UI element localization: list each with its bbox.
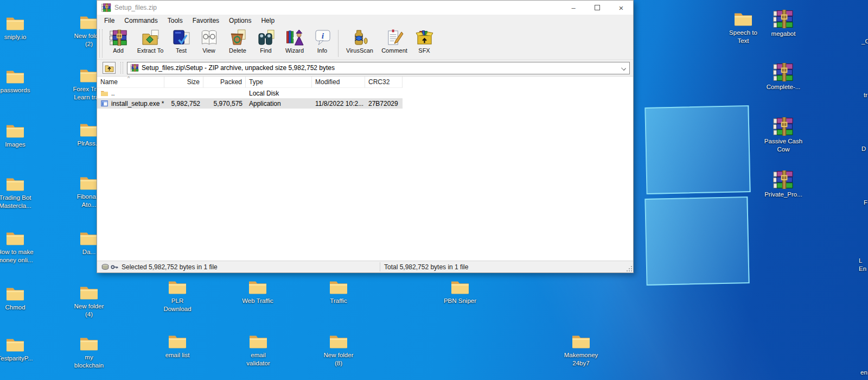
up-directory-button[interactable] xyxy=(103,62,116,74)
desktop-icon-label: PBN Sniper xyxy=(436,297,484,305)
menu-help[interactable]: Help xyxy=(256,16,279,26)
desktop-edge-label[interactable]: F xyxy=(864,197,868,207)
delete-button[interactable]: Delete xyxy=(223,28,252,54)
desktop-icon-how-to-make-money[interactable]: How to make money onli... xyxy=(0,229,40,264)
desktop-icon-label: en xyxy=(860,369,868,377)
rar-archive-icon xyxy=(773,63,794,81)
desktop-icon-chmod[interactable]: Chmod xyxy=(0,284,40,312)
view-button[interactable]: View xyxy=(195,28,223,54)
rar-archive-icon xyxy=(773,170,794,189)
toolbar-label: Extract To xyxy=(137,47,164,54)
menu-commands[interactable]: Commands xyxy=(119,16,162,26)
delete-icon xyxy=(229,29,247,46)
desktop-icon-traffic[interactable]: Traffic xyxy=(314,278,363,305)
desktop-icon-my-blockchain[interactable]: my blockchain xyxy=(65,334,113,369)
extract-to-button[interactable]: Extract To xyxy=(133,28,168,54)
desktop-icon-email-validator[interactable]: email validator xyxy=(234,332,283,367)
address-grip[interactable] xyxy=(120,62,123,74)
desktop-icon-pbn-sniper[interactable]: PBN Sniper xyxy=(436,278,484,305)
desktop-icon-web-traffic[interactable]: Web Traffic xyxy=(233,278,282,305)
folder-icon xyxy=(328,278,349,295)
maximize-button[interactable] xyxy=(585,1,609,15)
desktop-icon-private-pro[interactable]: Private_Pro... xyxy=(759,170,808,199)
folder-icon xyxy=(5,335,25,353)
table-row-install-setup-exe[interactable]: install_setup.exe * 5,982,752 5,970,575 … xyxy=(97,98,403,109)
sort-indicator-icon: ^ xyxy=(127,77,130,81)
folder-icon xyxy=(167,332,188,350)
folder-icon xyxy=(247,278,268,295)
address-bar: Setup_files.zip\Setup - ZIP archive, unp… xyxy=(97,60,633,77)
desktop-icon-megabot[interactable]: megabot xyxy=(759,10,808,38)
desktop-icon-sniply-io[interactable]: sniply.io xyxy=(0,14,40,41)
address-combobox[interactable]: Setup_files.zip\Setup - ZIP archive, unp… xyxy=(127,62,630,74)
toolbar-label: Delete xyxy=(229,47,246,54)
desktop-icon-email-list[interactable]: email list xyxy=(153,332,202,359)
toolbar: Add Extract To Test View Delete Find Wiz… xyxy=(97,27,633,60)
wizard-icon xyxy=(286,29,304,46)
desktop-icon-label: sniply.io xyxy=(0,33,40,41)
column-header-name[interactable]: Name xyxy=(97,77,164,88)
dropdown-arrow-icon[interactable] xyxy=(621,65,627,71)
title-bar[interactable]: Setup_files.zip – × xyxy=(97,1,633,15)
menu-tools[interactable]: Tools xyxy=(163,16,188,26)
key-icon[interactable] xyxy=(111,264,118,270)
file-type: Local Disk xyxy=(246,90,312,97)
menu-favorites[interactable]: Favorites xyxy=(188,16,224,26)
sfx-button[interactable]: SFX xyxy=(411,28,437,54)
disk-icon[interactable] xyxy=(101,264,109,270)
info-icon xyxy=(314,29,331,46)
toolbar-grip[interactable] xyxy=(99,29,103,58)
folder-icon xyxy=(733,10,754,27)
comment-button[interactable]: Comment xyxy=(378,28,411,54)
toolbar-label: Find xyxy=(260,47,271,54)
folder-icon xyxy=(79,334,99,352)
test-archive-icon xyxy=(173,29,190,46)
winrar-books-icon xyxy=(101,3,111,12)
desktop-edge-label[interactable]: tr xyxy=(864,90,868,99)
virus-scan-icon xyxy=(351,29,369,46)
rar-archive-icon xyxy=(773,117,794,136)
desktop-icon-testparity[interactable]: TestparityP... xyxy=(0,335,40,363)
desktop-icon-label: Web Traffic xyxy=(233,297,282,305)
virusscan-button[interactable]: VirusScan xyxy=(342,28,378,54)
menu-options[interactable]: Options xyxy=(224,16,256,26)
file-list: ^ Name Size Packed Type Modified CRC32 .… xyxy=(97,77,633,261)
wallpaper-window-pane-bottom xyxy=(644,197,749,286)
desktop-edge-label[interactable]: D xyxy=(861,143,868,153)
wizard-button[interactable]: Wizard xyxy=(279,28,310,54)
minimize-button[interactable]: – xyxy=(561,1,585,15)
desktop-edge-label[interactable]: L En xyxy=(859,255,868,273)
desktop-edge-label[interactable]: _C xyxy=(861,36,868,46)
desktop-icon-label: D xyxy=(861,145,868,153)
desktop-icon-passive-cash-cow[interactable]: Passive Cash Cow xyxy=(759,117,808,153)
desktop-icon-label: Trading Bot Mastercla... xyxy=(0,194,40,210)
column-header-size[interactable]: Size xyxy=(164,77,203,88)
desktop-icon-label: Chmod xyxy=(0,303,40,312)
desktop-icon-label: PLR Download xyxy=(153,297,202,313)
desktop-icon-new-folder-4[interactable]: New folder (4) xyxy=(65,283,113,318)
desktop-icon-makemoney[interactable]: Makemoney 24by7 xyxy=(557,332,605,367)
desktop-icon-new-folder-8[interactable]: New folder (8) xyxy=(314,332,363,367)
column-header-modified[interactable]: Modified xyxy=(312,77,365,88)
desktop-icon-plr-download[interactable]: PLR Download xyxy=(153,278,202,313)
info-button[interactable]: Info xyxy=(310,28,335,54)
add-button[interactable]: Add xyxy=(104,28,133,54)
find-button[interactable]: Find xyxy=(252,28,279,54)
toolbar-label: Test xyxy=(176,47,187,54)
column-header-type[interactable]: Type xyxy=(246,77,312,88)
desktop-icon-complete[interactable]: Complete-... xyxy=(759,63,808,91)
column-header-crc32[interactable]: CRC32 xyxy=(365,77,403,88)
resize-grip[interactable] xyxy=(626,265,633,272)
close-button[interactable]: × xyxy=(609,1,633,15)
menu-file[interactable]: File xyxy=(99,16,119,26)
desktop-icon-passwords[interactable]: passwords xyxy=(0,67,40,94)
file-packed: 5,970,575 xyxy=(203,100,246,107)
test-button[interactable]: Test xyxy=(168,28,195,54)
desktop-icon-images[interactable]: Images xyxy=(0,122,40,149)
file-name: .. xyxy=(111,90,115,97)
desktop-icon-label: my blockchain xyxy=(65,353,113,369)
column-header-packed[interactable]: Packed xyxy=(203,77,246,88)
desktop-icon-trading-bot[interactable]: Trading Bot Mastercla... xyxy=(0,175,40,210)
table-row-parent-dir[interactable]: .. Local Disk xyxy=(97,88,403,98)
desktop-edge-label[interactable]: en xyxy=(860,367,868,377)
